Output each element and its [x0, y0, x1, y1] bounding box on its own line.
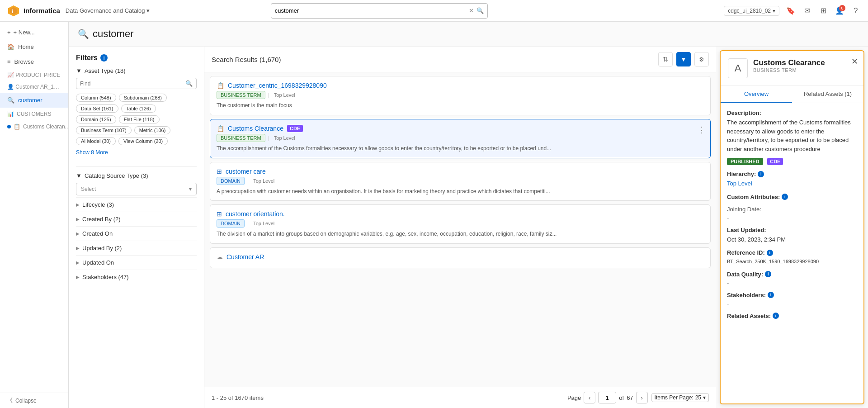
search-submit-icon[interactable]: 🔍 — [476, 7, 484, 14]
hierarchy-label: Hierarchy: i — [727, 171, 857, 177]
updated-by-chevron: ▶ — [76, 246, 80, 251]
stakeholders-info-icon[interactable]: i — [768, 292, 774, 298]
updated-by-filter[interactable]: ▶ Updated By (2) — [76, 241, 197, 255]
stakeholders-filter[interactable]: ▶ Stakeholders (47) — [76, 270, 197, 284]
sidebar-history-product-price[interactable]: 📈 PRODUCT PRICE — [0, 69, 68, 81]
result-card-3[interactable]: ⊞ customer care DOMAIN | Top Level A pre… — [210, 162, 711, 201]
catalog-source-filter-section: ▼ Catalog Source Type (3) Select ▾ — [76, 172, 197, 195]
environment-selector[interactable]: cdgc_ui_2810_02 ▾ — [724, 6, 779, 16]
filter-tag-aimodel[interactable]: AI Model (30) — [76, 137, 116, 145]
result-card-3-desc: A preoccupation with customer needs with… — [217, 188, 704, 195]
collapse-icon: 《 — [7, 397, 13, 404]
results-panel: Search Results (1,670) ⇅ ▼ ⚙ — [204, 47, 716, 408]
result-card-2-badges: BUSINESS TERM | Top Level — [217, 134, 704, 142]
joining-date-label: Joining Date: — [727, 206, 857, 213]
joining-date-value: - — [727, 214, 857, 221]
search-page-icon: 🔍 — [78, 28, 89, 39]
user-icon[interactable]: 👤 0 — [835, 6, 844, 16]
detail-close-button[interactable]: ✕ — [851, 57, 858, 66]
detail-title: Customs Clearance — [753, 58, 856, 67]
asset-type-filter-section: ▼ Asset Type (18) 🔍 Column (548) Subdoma… — [76, 67, 197, 161]
filter-find-input[interactable] — [80, 81, 183, 87]
pagination-next-button[interactable]: › — [636, 392, 648, 403]
data-quality-info-icon[interactable]: i — [765, 271, 771, 277]
catalog-source-header[interactable]: ▼ Catalog Source Type (3) — [76, 172, 197, 179]
result-card-4[interactable]: ⊞ customer orientation. DOMAIN | Top Lev… — [210, 204, 711, 244]
result-card-1[interactable]: 📋 Customer_centric_1698329928090 BUSINES… — [210, 76, 711, 115]
result-card-3-icon: ⊞ — [217, 168, 222, 175]
customer-ar-icon: 👤 — [7, 84, 14, 90]
result-card-2[interactable]: 📋 Customs Clearance CDE BUSINESS TERM | … — [210, 119, 711, 158]
updated-on-filter[interactable]: ▶ Updated On — [76, 255, 197, 270]
filter-tag-metric[interactable]: Metric (106) — [134, 126, 171, 134]
pagination-prev-button[interactable]: ‹ — [584, 392, 595, 403]
pagination-page-input[interactable] — [598, 392, 616, 403]
show-more-asset-types[interactable]: Show 8 More — [76, 149, 108, 156]
items-per-page-selector[interactable]: Items Per Page: 25 ▾ — [651, 393, 709, 402]
catalog-source-select[interactable]: Select ▾ — [76, 183, 197, 195]
sidebar-collapse-button[interactable]: 《 Collapse — [0, 393, 68, 408]
result-card-3-title[interactable]: customer care — [226, 168, 266, 175]
filter-tag-businessterm[interactable]: Business Term (107) — [76, 126, 132, 134]
sidebar-item-customer-search[interactable]: 🔍 customer — [0, 93, 68, 108]
help-icon[interactable]: ? — [851, 6, 861, 16]
logo[interactable]: i Informatica — [7, 5, 60, 17]
filter-active-button[interactable]: ▼ — [676, 52, 691, 66]
content-area: 🔍 customer Filters i ▼ Asset Type (18) — [69, 22, 868, 408]
apps-icon[interactable]: ⊞ — [818, 6, 828, 16]
result-card-4-desc: The division of a market into groups bas… — [217, 230, 704, 238]
sidebar-item-home[interactable]: 🏠 Home — [0, 39, 68, 54]
search-clear-icon[interactable]: ✕ — [469, 7, 474, 14]
detail-tabs: Overview Related Assets (1) — [721, 86, 863, 103]
filter-tag-domain[interactable]: Domain (125) — [76, 115, 116, 123]
related-assets-info-icon[interactable]: i — [773, 313, 779, 319]
result-card-2-menu[interactable]: ⋮ — [698, 125, 706, 135]
filter-search-box[interactable]: 🔍 — [76, 78, 197, 89]
result-card-2-title[interactable]: Customs Clearance — [228, 125, 283, 132]
informatica-logo-icon: i — [7, 5, 20, 17]
sort-button[interactable]: ⇅ — [658, 52, 673, 66]
global-search-bar[interactable]: ✕ 🔍 — [271, 3, 488, 19]
sidebar-history-customs[interactable]: 📋 Customs Clearan... — [0, 120, 68, 133]
result-card-5-header: ☁ Customer AR — [217, 253, 704, 261]
lifecycle-filter[interactable]: ▶ Lifecycle (3) — [76, 197, 197, 212]
filter-tag-viewcolumn[interactable]: View Column (20) — [118, 137, 168, 145]
result-card-4-title[interactable]: customer orientation. — [226, 210, 285, 218]
result-card-3-badges: DOMAIN | Top Level — [217, 177, 704, 185]
filter-tag-subdomain[interactable]: Subdomain (268) — [119, 94, 167, 102]
detail-tab-overview[interactable]: Overview — [721, 86, 792, 103]
customs-dot — [7, 125, 11, 128]
asset-type-header[interactable]: ▼ Asset Type (18) — [76, 67, 197, 74]
result-card-5[interactable]: ☁ Customer AR — [210, 247, 711, 268]
filter-tag-column[interactable]: Column (548) — [76, 94, 116, 102]
search-history-icon: 🔍 — [7, 97, 14, 104]
created-on-chevron: ▶ — [76, 231, 80, 236]
asset-type-chevron: ▼ — [76, 67, 82, 74]
result-card-5-title[interactable]: Customer AR — [226, 253, 264, 261]
search-content: Filters i ▼ Asset Type (18) 🔍 Column (54… — [69, 47, 868, 408]
bookmarks-icon[interactable]: 🔖 — [786, 6, 796, 16]
search-input[interactable] — [275, 7, 469, 14]
sidebar-history-customer-ar[interactable]: 👤 Customer AR_16... — [0, 81, 68, 93]
description-label: Description: — [727, 109, 857, 116]
result-card-1-badges: BUSINESS TERM | Top Level — [217, 91, 704, 99]
filter-tag-flatfile[interactable]: Flat File (118) — [119, 115, 160, 123]
filter-tag-table[interactable]: Table (126) — [121, 104, 156, 113]
filters-info-icon[interactable]: i — [100, 54, 108, 62]
sidebar-history-customers[interactable]: 📊 CUSTOMERS — [0, 108, 68, 120]
settings-button[interactable]: ⚙ — [694, 52, 709, 66]
detail-tab-related-assets[interactable]: Related Assets (1) — [792, 86, 863, 103]
updated-on-chevron: ▶ — [76, 260, 80, 265]
detail-header-icon: A — [728, 58, 748, 78]
sidebar-item-browse[interactable]: ≡ Browse — [0, 54, 68, 69]
reference-id-info-icon[interactable]: i — [767, 250, 773, 256]
new-button[interactable]: + + New... — [0, 25, 68, 39]
notifications-icon[interactable]: ✉ — [802, 6, 812, 16]
created-by-filter[interactable]: ▶ Created By (2) — [76, 212, 197, 226]
result-card-1-title[interactable]: Customer_centric_1698329928090 — [228, 82, 327, 89]
custom-attributes-info-icon[interactable]: i — [782, 194, 788, 200]
filter-tag-dataset[interactable]: Data Set (161) — [76, 104, 118, 113]
data-quality-value: - — [727, 280, 857, 286]
created-on-filter[interactable]: ▶ Created On — [76, 226, 197, 241]
hierarchy-info-icon[interactable]: i — [758, 171, 764, 177]
